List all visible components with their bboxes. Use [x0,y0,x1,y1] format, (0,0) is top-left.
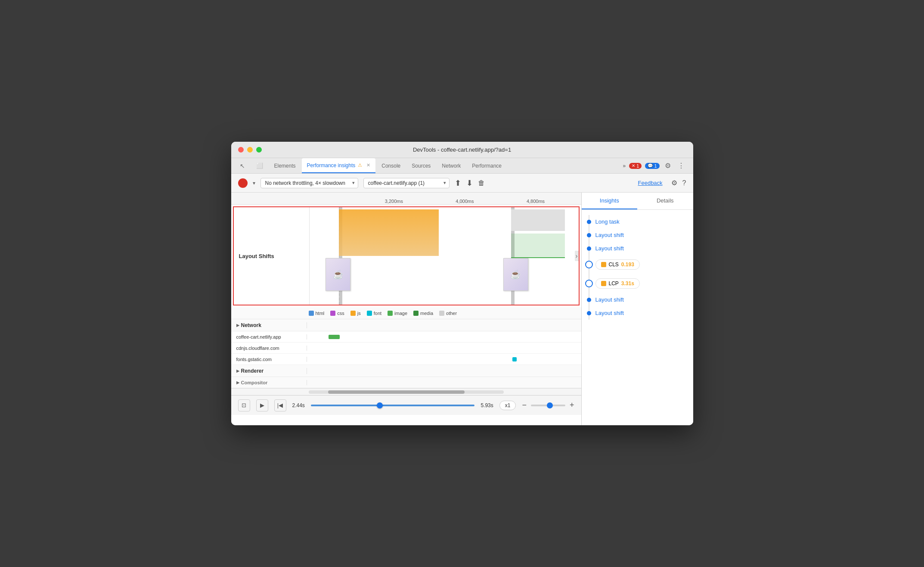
link-layout-shift-1[interactable]: Layout shift [595,232,624,238]
legend-other: other [439,311,457,316]
screenshot-thumb-left[interactable]: ☕ [326,258,350,291]
throttle-select[interactable]: No network throttling, 4× slowdown [260,178,358,188]
network-url-0: coffee-cart.netlify.app [231,334,307,340]
record-chevron[interactable]: ▾ [253,180,255,186]
legend-dot-media [413,311,419,316]
insight-lcp: LCP 3.31s [595,274,693,293]
zoom-slider[interactable] [531,405,565,406]
cls-value: 0.193 [621,262,634,268]
zoom-thumb[interactable] [547,402,553,408]
legend-html: html [309,311,325,316]
skip-start-button[interactable]: |◀ [274,399,286,411]
renderer-expand-icon[interactable]: ▶ [236,369,239,373]
layout-shifts-row[interactable]: Layout Shifts [233,206,580,305]
thumb-icon-right: ☕ [510,269,521,280]
delete-icon[interactable]: 🗑 [478,179,485,187]
link-layout-shift-4[interactable]: Layout shift [595,310,624,316]
zoom-in-button[interactable]: + [570,401,574,410]
download-icon[interactable]: ⬇ [466,178,473,188]
tab-bar: ↖ ⬜ Elements Performance insights ⚠ ✕ Co… [231,158,693,174]
network-entry-1: cdnjs.cloudflare.com [231,343,581,354]
network-bar-0 [329,335,339,339]
scroll-track[interactable] [309,390,504,394]
minimize-button[interactable] [247,147,253,153]
thumb-icon-left: ☕ [333,269,344,280]
tab-device[interactable]: ⬜ [251,158,268,173]
tab-network[interactable]: Network [437,158,466,173]
dot-layout-shift-2 [587,246,591,251]
zoom-out-button[interactable]: − [522,401,527,410]
tab-close-icon[interactable]: ✕ [366,162,370,168]
toolbar-settings-icon[interactable]: ⚙ [671,179,677,187]
link-layout-shift-3[interactable]: Layout shift [595,296,624,303]
tab-console[interactable]: Console [376,158,406,173]
tab-performance[interactable]: Performance [467,158,507,173]
tab-cursor[interactable]: ↖ [235,158,250,173]
legend-css: css [330,311,344,316]
upload-icon[interactable]: ⬆ [455,178,461,188]
lcp-value: 3.31s [621,280,634,287]
legend-dot-html [309,311,314,316]
maximize-button[interactable] [256,147,262,153]
cls-badge[interactable]: CLS 0.193 [595,259,640,270]
screenshot-toggle-button[interactable]: ⊡ [238,399,250,411]
link-long-task[interactable]: Long task [595,218,620,225]
devtools-window: DevTools - coffee-cart.netlify.app/?ad=1… [231,142,693,425]
insight-cls: CLS 0.193 [595,255,693,274]
legend-media: media [413,311,433,316]
layout-shifts-content: ☕ ☕ › [310,207,579,305]
close-button[interactable] [238,147,244,153]
compositor-expand-icon[interactable]: ▶ [236,380,239,385]
legend-dot-js [350,311,356,316]
circle-cls [585,261,593,268]
more-tabs-icon[interactable]: » [623,163,626,169]
cls-badge-icon [601,262,606,267]
tab-performance-insights[interactable]: Performance insights ⚠ ✕ [302,158,376,173]
orange-shift-block [339,209,438,256]
screenshot-thumb-right[interactable]: ☕ [503,258,528,291]
timeline-slider[interactable] [311,405,475,406]
time-label-4800: 4,800ms [527,199,545,204]
insight-long-task: Long task [595,215,693,228]
title-bar: DevTools - coffee-cart.netlify.app/?ad=1 [231,142,693,158]
network-bar-container-0 [307,331,581,342]
network-expand-icon[interactable]: ▶ [236,323,239,327]
url-select[interactable]: coffee-cart.netlify.app (1) [363,178,450,188]
play-icon: ▶ [260,402,264,408]
legend-dot-image [388,311,393,316]
network-entry-0: coffee-cart.netlify.app [231,331,581,343]
legend-dot-other [439,311,444,316]
tab-insights[interactable]: Insights [582,193,638,209]
toolbar: ▾ No network throttling, 4× slowdown // … [231,174,693,193]
warning-icon: ⚠ [358,162,362,168]
dot-layout-shift-1 [587,233,591,237]
scroll-right-icon[interactable]: › [575,251,579,261]
network-bar-container-1 [307,343,581,353]
toolbar-icons: Feedback ⚙ ? [638,179,686,187]
network-bar-container-2 [307,354,581,364]
dot-layout-shift-4 [587,311,591,315]
play-button[interactable]: ▶ [256,399,268,411]
chat-icon: 💬 [648,163,653,168]
tab-sources[interactable]: Sources [406,158,436,173]
legend-dot-font [367,311,372,316]
time-label-3200: 3,200ms [385,199,403,204]
feedback-link[interactable]: Feedback [638,180,663,186]
timeline-thumb[interactable] [377,402,383,408]
toolbar-help-icon[interactable]: ? [682,179,686,187]
timeline-area: 3,200ms 4,000ms 4,800ms LCP Layout Shift… [231,193,581,425]
record-button[interactable] [238,178,248,188]
link-layout-shift-2[interactable]: Layout shift [595,245,624,252]
main-area: 3,200ms 4,000ms 4,800ms LCP Layout Shift… [231,193,693,425]
layout-shifts-label: Layout Shifts [234,207,310,305]
insight-layout-shift-2: Layout shift [595,242,693,255]
settings-icon[interactable]: ⚙ [663,162,673,170]
more-options-icon[interactable]: ⋮ [676,162,686,170]
tab-elements[interactable]: Elements [269,158,301,173]
tab-details[interactable]: Details [637,193,693,209]
scroll-thumb[interactable] [328,390,465,394]
lcp-badge-panel[interactable]: LCP 3.31s [595,278,640,289]
renderer-label: ▶ Renderer [231,368,307,374]
error-icon: ✕ [632,163,635,168]
cursor-icon: ↖ [240,162,245,169]
